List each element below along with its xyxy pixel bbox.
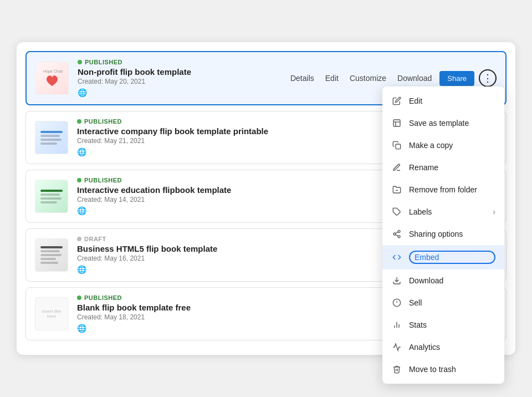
analytics-icon <box>391 342 402 353</box>
menu-item-sell[interactable]: Sell <box>382 292 504 314</box>
rename-icon <box>391 162 402 173</box>
main-container: Hope Charity PUBLISHED Non-profit flip b… <box>17 42 515 355</box>
menu-label-download: Download <box>409 276 495 285</box>
globe-icon-2: 🌐 <box>77 147 86 156</box>
menu-label-remove-folder: Remove from folder <box>409 185 495 194</box>
book-info-4: DRAFT Business HTML5 flip book template … <box>77 236 399 274</box>
book-thumbnail-4 <box>35 238 68 272</box>
book-thumbnail-3 <box>35 180 68 213</box>
book-thumbnail-2 <box>35 121 68 154</box>
svg-point-9 <box>398 236 400 238</box>
book-date-3: Created: May 14, 2021 <box>77 196 399 203</box>
book-status-2: PUBLISHED <box>77 118 399 125</box>
download-icon <box>391 275 402 286</box>
pencil-icon <box>391 95 402 106</box>
svg-line-10 <box>396 235 398 236</box>
status-label-3: PUBLISHED <box>84 177 122 184</box>
book-title-4: Business HTML5 flip book template <box>77 244 399 253</box>
book-thumbnail-5: insert title here <box>35 297 68 330</box>
menu-label-stats: Stats <box>409 320 495 329</box>
share-icon <box>391 228 402 240</box>
book-status-5: PUBLISHED <box>77 294 399 301</box>
status-dot-3 <box>77 178 81 182</box>
book-date-1: Created: May 20, 2021 <box>78 78 287 85</box>
book-date-4: Created: May 16, 2021 <box>77 255 399 262</box>
menu-item-rename[interactable]: Rename <box>382 156 504 179</box>
menu-item-trash[interactable]: Move to trash <box>382 358 504 380</box>
book-thumbnail-1: Hope Charity <box>35 62 69 95</box>
more-menu-button-1[interactable]: ⋮ <box>479 69 497 87</box>
menu-label-embed: Embed <box>409 251 495 264</box>
customize-link-1[interactable]: Customize <box>346 72 390 85</box>
status-label-4: DRAFT <box>84 236 106 242</box>
folder-remove-icon <box>391 184 402 195</box>
menu-item-remove-folder[interactable]: Remove from folder <box>382 179 504 201</box>
status-dot-5 <box>77 296 81 300</box>
sell-icon <box>391 297 402 308</box>
globe-icon-5: 🌐 <box>77 324 86 333</box>
menu-label-edit: Edit <box>409 96 495 105</box>
globe-icon-1: 🌐 <box>78 88 87 97</box>
stats-icon <box>391 319 402 330</box>
book-title-2: Interactive company flip book template p… <box>77 126 399 136</box>
book-status-1: PUBLISHED <box>78 59 287 65</box>
copy-icon <box>391 140 402 151</box>
menu-item-labels[interactable]: Labels › <box>382 201 504 223</box>
menu-item-analytics[interactable]: Analytics <box>382 336 504 358</box>
status-dot-1 <box>78 60 82 64</box>
book-actions-1: Details Edit Customize Download Share ⋮ <box>287 69 497 87</box>
book-date-2: Created: May 21, 2021 <box>77 137 399 145</box>
svg-line-11 <box>396 232 398 233</box>
menu-item-edit[interactable]: Edit <box>382 90 504 112</box>
status-label-1: PUBLISHED <box>85 59 122 65</box>
book-status-3: PUBLISHED <box>77 177 399 184</box>
svg-rect-1 <box>393 120 400 126</box>
globe-icon-4: 🌐 <box>77 265 86 274</box>
book-info-3: PUBLISHED Interactive education flipbook… <box>77 177 399 216</box>
download-link-1[interactable]: Download <box>394 72 435 85</box>
menu-item-stats[interactable]: Stats <box>382 314 504 336</box>
embed-icon <box>391 252 402 263</box>
menu-item-download[interactable]: Download <box>382 269 504 292</box>
book-title-5: Blank flip book template free <box>77 303 399 312</box>
menu-item-copy[interactable]: Make a copy <box>382 134 504 156</box>
menu-label-analytics: Analytics <box>409 343 495 352</box>
menu-label-sell: Sell <box>409 298 495 307</box>
template-icon <box>391 118 402 129</box>
menu-item-save-template[interactable]: Save as template <box>382 112 504 134</box>
svg-rect-4 <box>396 144 401 149</box>
menu-item-embed[interactable]: Embed <box>382 245 504 269</box>
book-info-1: PUBLISHED Non-profit flip book template … <box>78 59 287 98</box>
svg-point-8 <box>393 233 396 235</box>
menu-label-labels: Labels <box>409 207 486 216</box>
globe-icon-3: 🌐 <box>77 206 86 215</box>
details-link-1[interactable]: Details <box>287 72 318 85</box>
status-label-2: PUBLISHED <box>84 118 122 125</box>
book-date-5: Created: May 18, 2021 <box>77 313 399 321</box>
menu-label-rename: Rename <box>409 163 495 172</box>
status-label-5: PUBLISHED <box>84 294 122 301</box>
label-icon <box>391 206 402 217</box>
status-dot-2 <box>77 119 81 124</box>
menu-label-save-template: Save as template <box>409 119 495 128</box>
menu-label-trash: Move to trash <box>409 365 495 374</box>
book-info-5: PUBLISHED Blank flip book template free … <box>77 294 399 333</box>
book-title-1: Non-profit flip book template <box>78 67 287 77</box>
book-title-3: Interactive education flipbook template <box>77 185 399 195</box>
share-button-1[interactable]: Share <box>439 71 474 86</box>
context-menu: Edit Save as template Make a copy <box>382 86 504 384</box>
book-info-2: PUBLISHED Interactive company flip book … <box>77 118 399 157</box>
labels-arrow-icon: › <box>493 207 495 216</box>
menu-label-copy: Make a copy <box>409 141 495 150</box>
svg-point-7 <box>398 230 400 232</box>
edit-link-1[interactable]: Edit <box>322 72 342 85</box>
menu-label-sharing: Sharing options <box>409 230 495 238</box>
book-status-4: DRAFT <box>77 236 399 242</box>
menu-item-sharing[interactable]: Sharing options <box>382 223 504 245</box>
trash-icon <box>391 364 402 375</box>
svg-text:Hope Charity: Hope Charity <box>43 69 63 74</box>
status-dot-4 <box>77 237 81 241</box>
